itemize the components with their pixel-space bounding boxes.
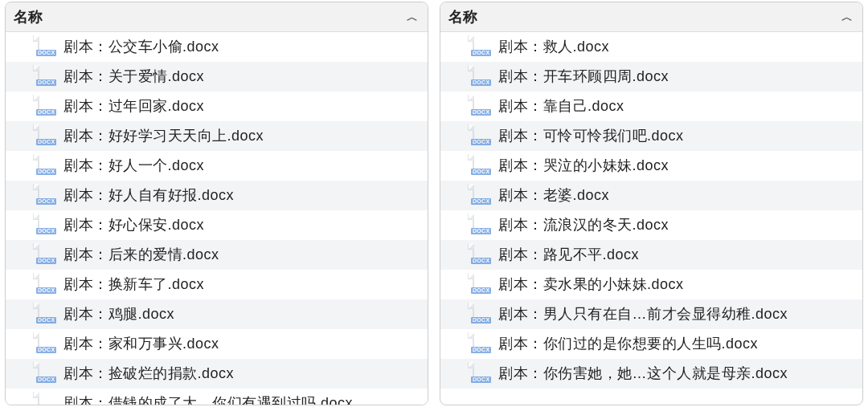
file-row[interactable]: DOCX剧本：好心保安.docx [6, 210, 428, 240]
docx-file-icon: DOCX [38, 66, 55, 87]
file-name: 剧本：好好学习天天向上.docx [63, 126, 264, 145]
file-name: 剧本：家和万事兴.docx [63, 334, 219, 353]
file-row[interactable]: DOCX剧本：靠自己.docx [440, 92, 862, 121]
file-name: 剧本：老婆.docx [498, 185, 609, 205]
file-row[interactable]: DOCX剧本：鸡腿.docx [6, 299, 428, 329]
file-name: 剧本：路见不平.docx [498, 245, 639, 264]
file-ext-badge: DOCX [471, 109, 491, 116]
file-ext-badge: DOCX [36, 258, 56, 264]
docx-file-icon: DOCX [473, 303, 490, 324]
file-ext-badge: DOCX [36, 79, 56, 86]
file-row[interactable]: DOCX剧本：捡破烂的捐款.docx [6, 359, 428, 389]
docx-file-icon: DOCX [473, 363, 490, 384]
file-ext-badge: DOCX [471, 169, 491, 175]
file-name: 剧本：好心保安.docx [63, 215, 204, 234]
file-ext-badge: DOCX [471, 139, 491, 145]
file-ext-badge: DOCX [36, 317, 56, 324]
file-name: 剧本：公交车小偷.docx [63, 37, 219, 56]
docx-file-icon: DOCX [38, 363, 55, 384]
file-row[interactable]: DOCX剧本：后来的爱情.docx [6, 240, 428, 270]
file-row[interactable]: DOCX剧本：卖水果的小妹妹.docx [440, 270, 862, 299]
docx-file-icon: DOCX [38, 274, 55, 295]
file-ext-badge: DOCX [471, 287, 491, 294]
docx-file-icon: DOCX [38, 125, 55, 146]
docx-file-icon: DOCX [473, 274, 490, 295]
sort-ascending-icon[interactable]: ︿ [841, 11, 853, 22]
file-row[interactable]: DOCX剧本：家和万事兴.docx [6, 329, 428, 359]
file-ext-badge: DOCX [36, 228, 56, 234]
file-ext-badge: DOCX [36, 50, 56, 56]
file-name: 剧本：卖水果的小妹妹.docx [498, 275, 684, 294]
file-list-panel-right: 名称 ︿ DOCX剧本：救人.docxDOCX剧本：开车环顾四周.docxDOC… [440, 2, 863, 405]
file-row[interactable]: DOCX剧本：关于爱情.docx [6, 62, 428, 92]
docx-file-icon: DOCX [38, 185, 55, 206]
docx-file-icon: DOCX [473, 125, 490, 146]
file-name: 剧本：后来的爱情.docx [63, 245, 219, 264]
docx-file-icon: DOCX [473, 333, 490, 354]
docx-file-icon: DOCX [38, 155, 55, 176]
docx-file-icon: DOCX [38, 214, 55, 235]
docx-file-icon: DOCX [473, 96, 490, 116]
file-name: 剧本：开车环顾四周.docx [498, 67, 669, 86]
file-list-panel-left: 名称 ︿ DOCX剧本：公交车小偷.docxDOCX剧本：关于爱情.docxDO… [5, 2, 428, 405]
file-row[interactable]: DOCX剧本：路见不平.docx [440, 240, 862, 270]
file-ext-badge: DOCX [36, 169, 56, 175]
file-name: 剧本：捡破烂的捐款.docx [63, 364, 234, 383]
file-row[interactable]: DOCX剧本：过年回家.docx [6, 92, 428, 121]
docx-file-icon: DOCX [473, 36, 490, 57]
file-name: 剧本：换新车了.docx [63, 275, 204, 294]
file-row[interactable]: DOCX剧本：公交车小偷.docx [6, 32, 428, 62]
file-row[interactable]: DOCX剧本：换新车了.docx [6, 270, 428, 299]
file-name: 剧本：可怜可怜我们吧.docx [498, 126, 684, 145]
file-ext-badge: DOCX [36, 198, 56, 205]
file-name: 剧本：好人自有好报.docx [63, 185, 234, 205]
file-ext-badge: DOCX [471, 228, 491, 234]
file-row[interactable]: DOCX剧本：你伤害她，她…这个人就是母亲.docx [440, 359, 862, 389]
file-name: 剧本：流浪汉的冬天.docx [498, 215, 669, 234]
column-header-label: 名称 [448, 7, 477, 26]
docx-file-icon: DOCX [38, 244, 55, 265]
file-name: 剧本：借钱的成了大…你们有遇到过吗.docx [63, 393, 353, 405]
file-row[interactable]: DOCX剧本：开车环顾四周.docx [440, 62, 862, 92]
docx-file-icon: DOCX [38, 36, 55, 57]
file-row[interactable]: DOCX剧本：可怜可怜我们吧.docx [440, 121, 862, 151]
docx-file-icon: DOCX [473, 155, 490, 176]
file-row[interactable]: DOCX剧本：好好学习天天向上.docx [6, 121, 428, 151]
file-row[interactable]: DOCX剧本：好人一个.docx [6, 151, 428, 181]
column-header[interactable]: 名称 ︿ [6, 2, 428, 32]
file-name: 剧本：关于爱情.docx [63, 67, 204, 86]
docx-file-icon: DOCX [473, 66, 490, 87]
file-name: 剧本：过年回家.docx [63, 96, 204, 116]
file-row[interactable]: DOCX剧本：男人只有在自…前才会显得幼稚.docx [440, 299, 862, 329]
file-ext-badge: DOCX [36, 287, 56, 294]
file-row[interactable]: DOCX剧本：好人自有好报.docx [6, 181, 428, 210]
file-row[interactable]: DOCX剧本：哭泣的小妹妹.docx [440, 151, 862, 181]
docx-file-icon: DOCX [38, 333, 55, 354]
file-row[interactable]: DOCX剧本：你们过的是你想要的人生吗.docx [440, 329, 862, 359]
file-ext-badge: DOCX [471, 317, 491, 324]
file-row[interactable]: DOCX剧本：流浪汉的冬天.docx [440, 210, 862, 240]
file-row[interactable]: DOCX剧本：老婆.docx [440, 181, 862, 210]
file-name: 剧本：男人只有在自…前才会显得幼稚.docx [498, 304, 788, 324]
file-ext-badge: DOCX [471, 376, 491, 383]
column-header[interactable]: 名称 ︿ [440, 2, 862, 32]
file-name: 剧本：你们过的是你想要的人生吗.docx [498, 334, 758, 353]
column-header-label: 名称 [14, 7, 43, 26]
docx-file-icon: DOCX [38, 393, 55, 405]
docx-file-icon: DOCX [473, 185, 490, 206]
file-row[interactable]: DOCX剧本：借钱的成了大…你们有遇到过吗.docx [6, 389, 428, 405]
docx-file-icon: DOCX [38, 96, 55, 116]
file-list: DOCX剧本：公交车小偷.docxDOCX剧本：关于爱情.docxDOCX剧本：… [6, 32, 428, 405]
file-ext-badge: DOCX [471, 198, 491, 205]
file-ext-badge: DOCX [471, 50, 491, 56]
file-ext-badge: DOCX [471, 258, 491, 264]
file-ext-badge: DOCX [36, 109, 56, 116]
sort-ascending-icon[interactable]: ︿ [407, 11, 418, 22]
file-list: DOCX剧本：救人.docxDOCX剧本：开车环顾四周.docxDOCX剧本：靠… [440, 32, 862, 405]
docx-file-icon: DOCX [473, 244, 490, 265]
file-name: 剧本：你伤害她，她…这个人就是母亲.docx [498, 364, 788, 383]
file-row[interactable]: DOCX剧本：救人.docx [440, 32, 862, 62]
file-ext-badge: DOCX [36, 347, 56, 353]
file-name: 剧本：哭泣的小妹妹.docx [498, 156, 669, 175]
docx-file-icon: DOCX [38, 303, 55, 324]
